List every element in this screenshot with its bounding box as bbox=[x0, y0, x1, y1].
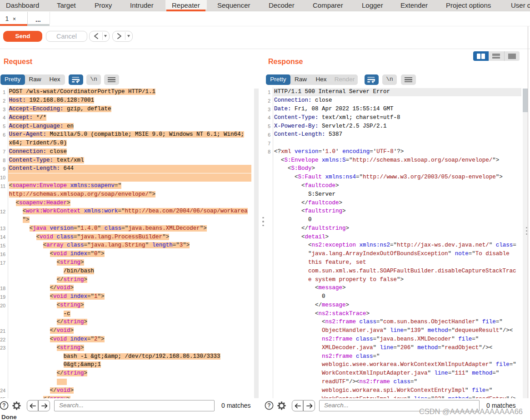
svg-text:?: ? bbox=[267, 402, 270, 409]
svg-text:?: ? bbox=[2, 402, 5, 409]
